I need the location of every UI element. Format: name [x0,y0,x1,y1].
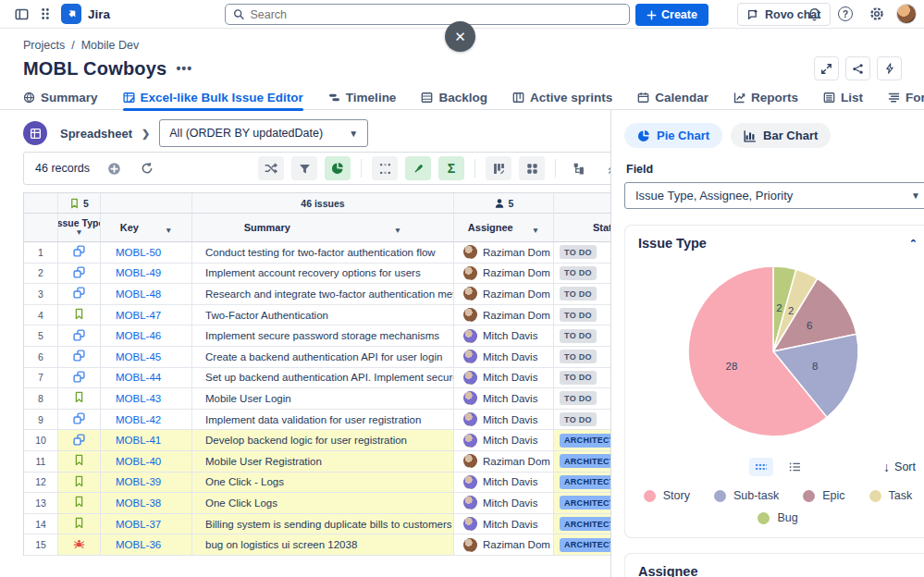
issue-summary-cell[interactable]: Mobile User Registration [192,451,454,473]
issue-type-cell[interactable] [58,473,101,494]
row-number[interactable]: 11 [24,451,58,473]
assignee-cell[interactable]: Mitch Davis [454,325,554,347]
row-number[interactable]: 3 [24,284,58,305]
issue-key-link[interactable]: MOBL-39 [101,473,192,494]
row-number[interactable]: 1 [24,242,58,264]
refresh-icon[interactable] [134,156,160,180]
issue-key-link[interactable]: MOBL-38 [101,493,192,514]
jira-logo[interactable]: Jira [61,4,110,24]
issue-summary-cell[interactable]: One Click Logs [192,493,454,514]
issue-summary-cell[interactable]: bug on logistics ui screen 12038 [192,534,454,556]
row-number[interactable]: 5 [24,325,58,347]
row-number[interactable]: 13 [24,493,58,514]
bar-chart-toggle[interactable]: Bar Chart [731,123,831,148]
legend-item-sub-task[interactable]: Sub-task [714,489,779,502]
format-painter-icon[interactable] [405,156,431,180]
status-cell[interactable]: TO DO [554,264,610,285]
tab-summary[interactable]: Summary [23,86,98,110]
close-overlay-button[interactable]: ✕ [445,21,475,52]
app-switcher-icon[interactable] [33,2,57,26]
assignee-cell[interactable]: Mitch Davis [454,514,554,535]
issue-type-cell[interactable] [58,242,101,264]
add-record-icon[interactable] [101,156,127,180]
user-avatar[interactable] [896,4,917,24]
row-number[interactable]: 14 [24,514,58,535]
issue-type-pie-chart[interactable]: 226828 [638,252,918,454]
title-more-icon[interactable]: ••• [176,61,192,76]
tab-timeline[interactable]: Timeline [328,86,397,110]
tab-calendar[interactable]: Calendar [637,86,708,110]
global-search[interactable] [225,4,630,25]
column-header-status[interactable]: Status [554,214,610,242]
issue-type-cell[interactable] [58,430,101,451]
issue-summary-cell[interactable]: Create a backend authentication API for … [192,347,454,368]
issue-summary-cell[interactable]: Set up backend authentication API. Imple… [192,368,454,389]
issue-type-cell[interactable] [58,264,101,285]
issue-summary-cell[interactable]: One Click - Logs [192,473,454,494]
grid-view-icon[interactable] [519,156,545,180]
row-number[interactable]: 15 [24,534,58,556]
issue-summary-cell[interactable]: Develop backend logic for user registrat… [192,430,454,451]
legend-item-task[interactable]: Task [869,489,913,502]
row-number[interactable]: 2 [24,264,58,285]
fullscreen-icon[interactable] [814,56,839,80]
status-cell[interactable]: TO DO [554,242,610,264]
status-cell[interactable]: TO DO [554,284,610,305]
notifications-icon[interactable] [802,2,826,26]
issues-count-cell[interactable]: 46 issues [192,193,454,214]
assignee-cell[interactable]: Mitch Davis [454,430,554,451]
tab-reports[interactable]: Reports [733,86,798,110]
status-cell[interactable]: TO DO [554,325,610,347]
status-cell[interactable]: TO DO [554,347,610,368]
row-number[interactable]: 10 [24,430,58,451]
legend-item-bug[interactable]: Bug [758,511,797,524]
assignee-cell[interactable]: Mitch Davis [454,368,554,389]
view-selector-dropdown[interactable]: All (ORDER BY updatedDate) ▼ [159,119,368,147]
issue-type-cell[interactable] [58,284,101,305]
issue-type-summary-cell[interactable]: 5 [58,193,101,214]
tab-list[interactable]: List [823,86,863,110]
status-cell[interactable]: ARCHITECTURE [554,514,610,535]
assignee-cell[interactable]: Raziman Dom [454,305,554,326]
issue-summary-cell[interactable]: Implement data validation for user regis… [192,410,454,431]
status-cell[interactable]: ARCHITECTURE [554,451,610,473]
assignee-cell[interactable]: Mitch Davis [454,473,554,494]
row-number[interactable]: 6 [24,347,58,368]
row-number[interactable]: 8 [24,388,58,410]
issue-type-cell[interactable] [58,388,101,410]
issue-key-link[interactable]: MOBL-37 [101,514,192,535]
status-cell[interactable]: TO DO [554,305,610,326]
issue-summary-cell[interactable]: Two-Factor Authentication [192,305,454,326]
pie-chart-toggle[interactable]: Pie Chart [624,123,722,148]
issue-key-link[interactable]: MOBL-49 [101,264,192,285]
issue-key-link[interactable]: MOBL-36 [101,534,192,556]
automation-lightning-icon[interactable] [877,56,902,80]
settings-gear-icon[interactable] [865,2,889,26]
field-selector-dropdown[interactable]: Issue Type, Assignee, Priority ▼ [624,182,924,209]
issue-key-link[interactable]: MOBL-41 [101,430,192,451]
issue-type-cell[interactable] [58,514,101,535]
tab-active-sprints[interactable]: Active sprints [512,86,612,110]
assignee-cell[interactable]: Mitch Davis [454,410,554,431]
status-cell[interactable]: ARCHITECTURE [554,534,610,556]
collapse-all-icon[interactable] [599,156,610,180]
assignee-cell[interactable]: Mitch Davis [454,347,554,368]
assignee-cell[interactable]: Raziman Dom [454,451,554,473]
issue-key-link[interactable]: MOBL-43 [101,388,192,410]
sum-sigma-icon[interactable]: Σ [438,156,464,180]
issue-type-cell[interactable] [58,451,101,473]
status-summary-cell[interactable]: 24 [554,193,610,214]
share-icon[interactable] [845,56,870,80]
row-number[interactable]: 7 [24,368,58,389]
charts-pie-icon[interactable] [325,156,351,180]
issue-key-link[interactable]: MOBL-46 [101,325,192,347]
select-cells-icon[interactable] [372,156,398,180]
row-number[interactable]: 9 [24,410,58,431]
status-cell[interactable]: TO DO [554,368,610,389]
legend-item-story[interactable]: Story [644,489,690,502]
assignee-cell[interactable]: Mitch Davis [454,388,554,410]
issue-summary-cell[interactable]: Implement secure password storage mechan… [192,325,454,347]
status-cell[interactable]: ARCHITECTURE [554,430,610,451]
breadcrumb-projects[interactable]: Projects [23,39,65,52]
status-cell[interactable]: TO DO [554,410,610,431]
